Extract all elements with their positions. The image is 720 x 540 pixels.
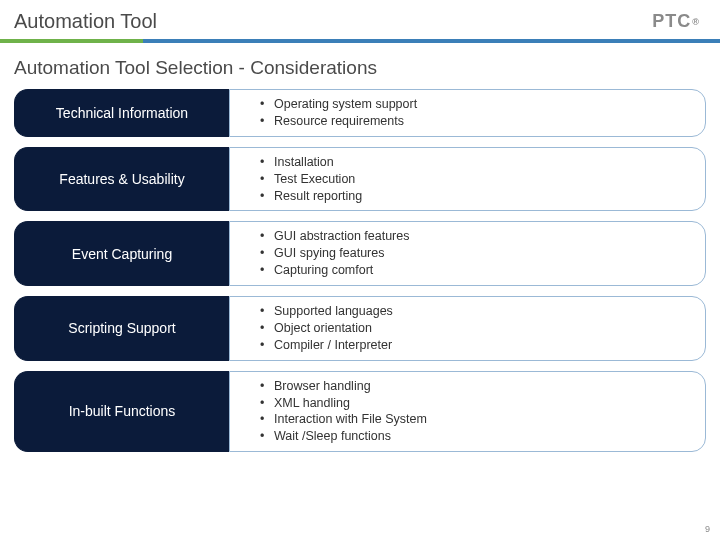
bullet-list: GUI abstraction features GUI spying feat… [260, 228, 409, 279]
bullet-item: Operating system support [260, 96, 417, 113]
consideration-label: Technical Information [14, 89, 229, 137]
consideration-row: Technical Information Operating system s… [14, 89, 706, 137]
bullet-item: Capturing comfort [260, 262, 409, 279]
consideration-details: GUI abstraction features GUI spying feat… [229, 221, 706, 286]
bullet-item: Wait /Sleep functions [260, 428, 427, 445]
consideration-details: Installation Test Execution Result repor… [229, 147, 706, 212]
bullet-list: Supported languages Object orientation C… [260, 303, 393, 354]
bullet-item: Supported languages [260, 303, 393, 320]
bullet-item: XML handling [260, 395, 427, 412]
consideration-row: Features & Usability Installation Test E… [14, 147, 706, 212]
slide-header: Automation Tool PTC® [0, 0, 720, 43]
bullet-item: Object orientation [260, 320, 393, 337]
bullet-list: Operating system support Resource requir… [260, 96, 417, 130]
consideration-label: In-built Functions [14, 371, 229, 453]
bullet-item: Test Execution [260, 171, 362, 188]
consideration-row: Event Capturing GUI abstraction features… [14, 221, 706, 286]
bullet-item: GUI abstraction features [260, 228, 409, 245]
bullet-list: Installation Test Execution Result repor… [260, 154, 362, 205]
bullet-item: Interaction with File System [260, 411, 427, 428]
bullet-list: Browser handling XML handling Interactio… [260, 378, 427, 446]
consideration-label: Features & Usability [14, 147, 229, 212]
bullet-item: GUI spying features [260, 245, 409, 262]
bullet-item: Resource requirements [260, 113, 417, 130]
slide-subtitle: Automation Tool Selection - Consideratio… [0, 43, 720, 89]
page-number: 9 [705, 524, 710, 534]
logo-registered: ® [692, 17, 700, 27]
consideration-label: Event Capturing [14, 221, 229, 286]
consideration-label: Scripting Support [14, 296, 229, 361]
slide-title: Automation Tool [14, 10, 157, 33]
bullet-item: Installation [260, 154, 362, 171]
consideration-details: Browser handling XML handling Interactio… [229, 371, 706, 453]
bullet-item: Result reporting [260, 188, 362, 205]
ptc-logo: PTC® [652, 11, 700, 32]
consideration-row: In-built Functions Browser handling XML … [14, 371, 706, 453]
considerations-list: Technical Information Operating system s… [0, 89, 720, 452]
consideration-row: Scripting Support Supported languages Ob… [14, 296, 706, 361]
consideration-details: Operating system support Resource requir… [229, 89, 706, 137]
logo-text: PTC [652, 11, 691, 32]
bullet-item: Browser handling [260, 378, 427, 395]
consideration-details: Supported languages Object orientation C… [229, 296, 706, 361]
bullet-item: Compiler / Interpreter [260, 337, 393, 354]
